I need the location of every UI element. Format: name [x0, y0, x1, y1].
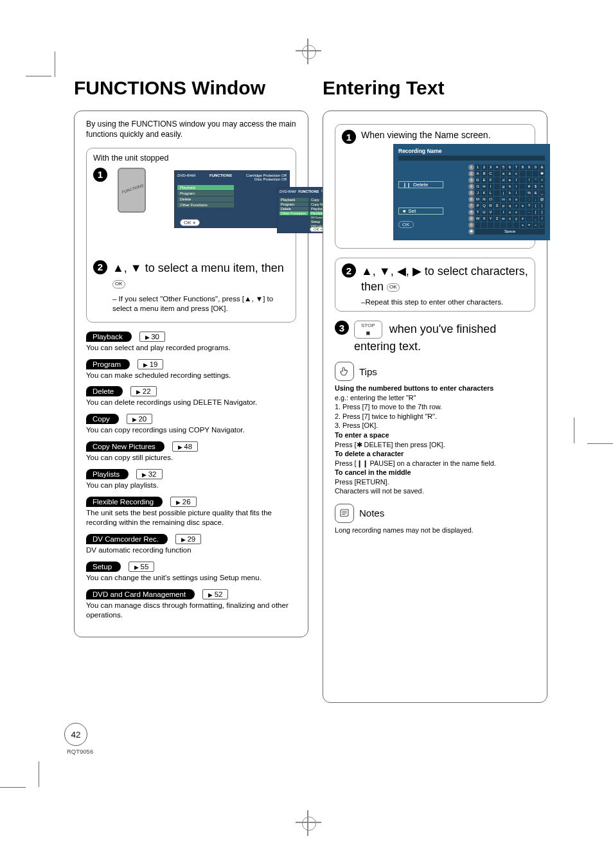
- page-ref: 30: [139, 332, 165, 342]
- right-title: Entering Text: [323, 77, 547, 99]
- func-pill: Playlists: [86, 469, 129, 479]
- step-3-badge-r: 3: [335, 321, 349, 335]
- page-ref: 26: [170, 497, 196, 507]
- func-pill: Program: [86, 359, 130, 369]
- remote-icon: [118, 168, 146, 213]
- step2-text-r: ▲, ▼, ◀, ▶ to select characters, then OK: [361, 263, 528, 295]
- step-1-badge-r: 1: [342, 130, 356, 144]
- func-desc: You can play playlists.: [86, 481, 296, 490]
- func-desc: You can change the unit's settings using…: [86, 573, 296, 583]
- func-pill: Copy New Pictures: [86, 441, 164, 452]
- tips-l2: e.g.: entering the letter "R": [335, 393, 535, 403]
- tips-icon: [335, 362, 354, 381]
- step-2-text: ▲, ▼ to select a menu item, then OK: [112, 260, 289, 292]
- functions-screen-1: DVD-RAM FUNCTIONS Cartridge Protection O…: [174, 170, 290, 228]
- intro-text: By using the FUNCTIONS window you may ac…: [86, 119, 296, 140]
- tips-l1: Using the numbered buttons to enter char…: [335, 384, 493, 392]
- func-pill: DVD and Card Management: [86, 589, 195, 599]
- func-desc: You can manage discs through formatting,…: [86, 601, 296, 620]
- page-ref: 32: [136, 469, 162, 479]
- stop-button-icon: STOP■: [354, 321, 382, 339]
- func-pill: Copy: [86, 414, 119, 424]
- func-desc: You can copy recordings using COPY Navig…: [86, 425, 296, 435]
- page-ref: 19: [138, 359, 163, 369]
- page-ref: 29: [175, 534, 201, 544]
- func-pill: Delete: [86, 386, 123, 396]
- ok-button-icon: OK: [387, 283, 400, 292]
- doc-id: RQT9056: [67, 748, 93, 755]
- func-desc: You can select and play recorded program…: [86, 343, 296, 353]
- tips-l10: To cancel in the middle: [335, 468, 411, 476]
- func-desc: The unit sets the best possible picture …: [86, 508, 296, 527]
- left-title: FUNCTIONS Window: [74, 77, 308, 99]
- tips-l3: 1. Press [7] to move to the 7th row.: [335, 402, 535, 412]
- notes-heading: Notes: [359, 508, 384, 518]
- tips-l12: Characters will not be saved.: [335, 486, 535, 496]
- func-pill: Setup: [86, 562, 121, 572]
- page-ref: 52: [202, 589, 228, 599]
- func-desc: DV automatic recording function: [86, 545, 296, 555]
- ok-button-icon: OK: [112, 280, 125, 288]
- tips-l11: Press [RETURN].: [335, 477, 535, 487]
- tips-heading: Tips: [359, 366, 377, 377]
- tips-l9: Press [❙❙ PAUSE] on a character in the n…: [335, 459, 535, 468]
- tips-l8: To delete a character: [335, 450, 404, 457]
- func-desc: You can make scheduled recording setting…: [86, 371, 296, 380]
- func-pill: Flexible Recording: [86, 497, 163, 507]
- step1-text: When viewing the Name screen.: [361, 130, 550, 140]
- unit-stopped-label: With the unit stopped: [93, 154, 289, 163]
- recording-name-screen: Recording Name ❙❙Delete ■Set OK 11234567…: [393, 144, 550, 240]
- tips-l5: 3. Press [OK].: [335, 421, 535, 430]
- func-pill: Playback: [86, 332, 132, 342]
- tips-l6: To enter a space: [335, 431, 389, 439]
- step-1-badge: 1: [93, 168, 107, 182]
- func-pill: DV Camcorder Rec.: [86, 534, 168, 544]
- step-2-badge: 2: [93, 260, 107, 274]
- page-ref: 55: [129, 562, 154, 572]
- notes-icon: [335, 504, 354, 523]
- step-2-badge-r: 2: [342, 263, 356, 278]
- step3-text-r: STOP■ when you've finished entering text…: [354, 321, 535, 354]
- tips-l4: 2. Press [7] twice to highlight "R".: [335, 412, 535, 421]
- notes-l1: Long recording names may not be displaye…: [335, 526, 535, 535]
- func-desc: You can copy still pictures.: [86, 453, 296, 463]
- step2-note-r: –Repeat this step to enter other charact…: [361, 297, 528, 308]
- step-2-note: – If you select "Other Functions", press…: [112, 294, 289, 314]
- page-ref: 22: [130, 386, 156, 396]
- page-ref: 20: [127, 414, 152, 424]
- page-ref: 48: [172, 441, 198, 452]
- tips-l7: Press [✱ DELETE] then press [OK].: [335, 440, 535, 450]
- page-number: 42: [64, 723, 87, 746]
- func-desc: You can delete recordings using DELETE N…: [86, 398, 296, 407]
